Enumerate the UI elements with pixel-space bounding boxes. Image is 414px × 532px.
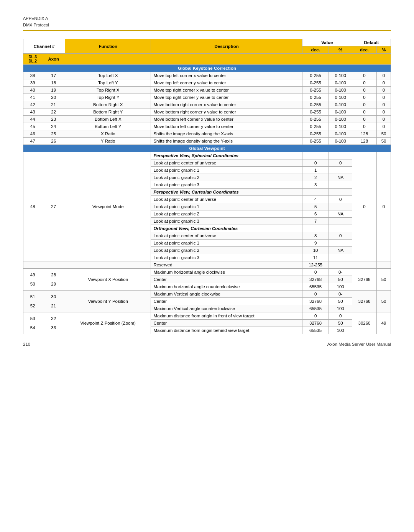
appendix-line2: DMX Protocol — [23, 22, 391, 28]
def-dec-header: dec. — [352, 46, 376, 54]
table-row: Reserved 12-255 — [23, 261, 391, 269]
page-footer: 210 Axon Media Server User Manual — [23, 342, 391, 346]
appendix-header: APPENDIX A DMX Protocol — [23, 15, 391, 31]
table-row: 41 20 Top Right Y Move top right corner … — [23, 94, 391, 101]
table-row: 40 19 Top Right X Move top right corner … — [23, 87, 391, 94]
section-keystone: Global Keystone Correction — [23, 65, 391, 72]
table-row: 39 18 Top Left Y Move top left corner y … — [23, 79, 391, 87]
table-row: 43 22 Bottom Right Y Move bottom right c… — [23, 108, 391, 116]
table-row: 38 17 Top Left X Move top left corner x … — [23, 72, 391, 79]
val-pct-header: % — [329, 46, 352, 54]
table-row: 46 25 X Ratio Shifts the image density a… — [23, 130, 391, 138]
table-row: 42 21 Bottom Right X Move bottom right c… — [23, 101, 391, 108]
table-row: 48 27 Viewpoint Mode Perspective View, S… — [23, 152, 391, 159]
table-row: 5152 3021 Viewpoint Y Position Maximum V… — [23, 291, 391, 298]
section-viewpoint: Global Viewpoint — [23, 145, 391, 152]
table-row: 5354 3233 Viewpoint Z Position (Zoom) Ma… — [23, 312, 391, 320]
table-row: 44 23 Bottom Left X Move bottom left cor… — [23, 116, 391, 123]
subheader-spacer — [65, 54, 391, 65]
description-header: Description — [151, 39, 302, 54]
appendix-line1: APPENDIX A — [23, 15, 391, 22]
def-pct-header: % — [377, 46, 391, 54]
value-header: Value — [302, 39, 352, 46]
axon-sub: Axon — [42, 54, 65, 65]
table-row: 47 26 Y Ratio Shifts the image density a… — [23, 138, 391, 145]
dl3-sub: DL.3DL.2 — [23, 54, 42, 65]
table-row: 45 24 Bottom Left Y Move bottom left cor… — [23, 123, 391, 130]
manual-title: Axon Media Server User Manual — [327, 342, 391, 346]
channel-header: Channel # — [23, 39, 65, 54]
default-header: Default — [352, 39, 391, 46]
val-dec-header: dec. — [302, 46, 329, 54]
function-header: Function — [65, 39, 151, 54]
dmx-table: Channel # Function Description Value Def… — [23, 39, 391, 334]
page-number: 210 — [23, 342, 30, 346]
table-row: 4950 2829 Viewpoint X Position Maximum h… — [23, 269, 391, 276]
